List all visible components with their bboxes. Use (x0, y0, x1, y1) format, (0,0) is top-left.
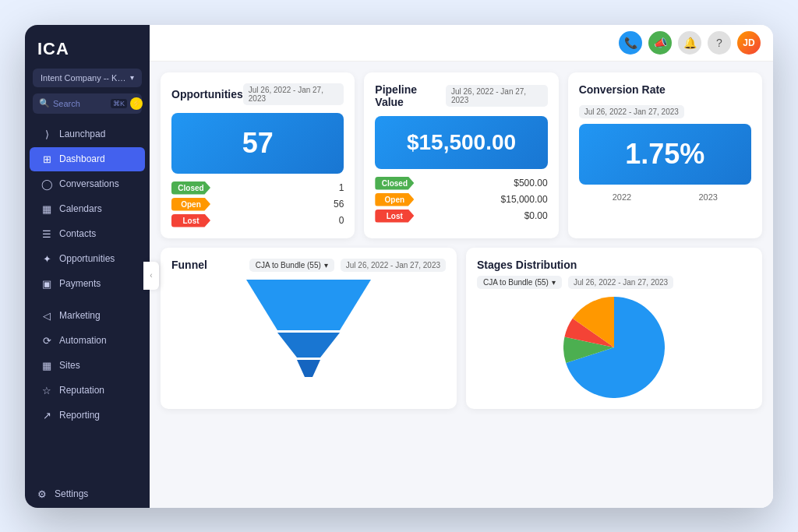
closed-label: Closed (171, 181, 210, 195)
help-button[interactable]: ? (708, 31, 731, 55)
sidebar-item-label: Conversations (59, 178, 119, 189)
status-row-closed: Closed 1 (171, 181, 344, 195)
bell-button[interactable]: 🔔 (678, 31, 701, 55)
sidebar-settings-label: Settings (55, 488, 88, 499)
sidebar-item-label: Contacts (59, 228, 96, 239)
opportunities-status-rows: Closed 1 Open 56 Lost (171, 181, 344, 227)
marketing-icon: ◁ (41, 310, 53, 322)
status-badge-closed: Closed (171, 181, 226, 195)
opportunities-card-title: Opportunities (171, 88, 243, 100)
account-switcher[interactable]: Intent Company -- Ke... ▾ (33, 69, 142, 87)
stages-card: Stages Distribution CJA to Bundle (55) ▾… (466, 248, 762, 409)
sidebar-item-label: Marketing (59, 310, 101, 321)
funnel-card-title: Funnel (171, 259, 207, 271)
sites-icon: ▦ (41, 360, 53, 372)
app-logo: ICA (25, 25, 150, 69)
conversion-card-title: Conversion Rate (579, 83, 666, 96)
stages-filter-dropdown[interactable]: CJA to Bundle (55) ▾ (477, 276, 562, 289)
sidebar-item-sites[interactable]: ▦ Sites (30, 354, 145, 378)
pipeline-card: Pipeline Value Jul 26, 2022 - Jan 27, 20… (364, 72, 558, 238)
open-label: Open (171, 198, 210, 211)
sidebar-item-marketing[interactable]: ◁ Marketing (30, 304, 145, 328)
opportunities-big-value: 57 (171, 113, 344, 174)
calendars-icon: ▦ (41, 203, 53, 215)
opportunities-icon: ✦ (41, 253, 53, 265)
closed-label: Closed (375, 177, 414, 190)
launchpad-icon: ⟩ (41, 129, 53, 140)
search-shortcut: ⌘K (111, 99, 127, 108)
stages-card-title: Stages Distribution (477, 259, 577, 271)
lost-value: 0 (339, 215, 344, 226)
pipeline-status-badge-closed: Closed (375, 177, 429, 190)
account-name: Intent Company -- Ke... (41, 73, 126, 83)
funnel-svg (231, 280, 387, 381)
sidebar-item-calendars[interactable]: ▦ Calendars (30, 197, 145, 221)
sidebar-item-label: Sites (59, 360, 80, 371)
sidebar-item-automation[interactable]: ⟳ Automation (30, 329, 145, 353)
dashboard-content: Opportunities Jul 26, 2022 - Jan 27, 202… (150, 62, 773, 420)
opportunities-card: Opportunities Jul 26, 2022 - Jan 27, 202… (161, 72, 355, 238)
sidebar-item-reporting[interactable]: ↗ Reporting (30, 403, 145, 428)
conversion-big-value: 1.75% (579, 124, 751, 185)
sidebar-item-reputation[interactable]: ☆ Reputation (30, 379, 145, 403)
funnel-card: Funnel CJA to Bundle (55) ▾ Jul 26, 2022… (161, 248, 457, 409)
sidebar-item-label: Reputation (59, 385, 104, 396)
sidebar-item-opportunities[interactable]: ✦ Opportunities (30, 247, 145, 271)
avatar-initials: JD (743, 37, 754, 48)
funnel-filter-dropdown[interactable]: CJA to Bundle (55) ▾ (249, 259, 334, 272)
conversion-date-badge: Jul 26, 2022 - Jan 27, 2023 (579, 105, 684, 118)
sidebar-item-label: Calendars (59, 203, 102, 214)
stages-card-header: Stages Distribution CJA to Bundle (55) ▾… (477, 259, 751, 289)
sidebar-item-launchpad[interactable]: ⟩ Launchpad (30, 122, 145, 146)
closed-value: 1 (339, 182, 344, 193)
pipeline-big-value: $15,500.00 (375, 116, 547, 169)
pipeline-status-badge-lost: Lost (375, 210, 429, 223)
sidebar-item-label: Dashboard (59, 153, 105, 164)
pipeline-status-rows: Closed $500.00 Open $15,000.00 (375, 177, 547, 223)
conversations-icon: ◯ (41, 178, 53, 190)
sidebar-item-payments[interactable]: ▣ Payments (30, 272, 145, 296)
sidebar-item-label: Payments (59, 278, 101, 289)
funnel-date-badge: Jul 26, 2022 - Jan 27, 2023 (341, 259, 446, 272)
chevron-down-icon: ▾ (324, 261, 328, 270)
card-header: Opportunities Jul 26, 2022 - Jan 27, 202… (171, 83, 344, 105)
sidebar-nav: ⟩ Launchpad ⊞ Dashboard ◯ Conversations … (25, 122, 150, 481)
search-input[interactable] (53, 99, 108, 108)
status-row-open: Open 56 (171, 198, 344, 211)
svg-marker-0 (246, 280, 371, 330)
avatar[interactable]: JD (737, 31, 761, 55)
sidebar-collapse-button[interactable]: ‹ (143, 262, 159, 290)
sidebar-item-label: Automation (59, 335, 107, 346)
lightning-button[interactable]: ⚡ (130, 97, 143, 110)
contacts-icon: ☰ (41, 228, 53, 240)
year-2023-label: 2023 (698, 192, 717, 202)
app-shell: ICA Intent Company -- Ke... ▾ 🔍 ⌘K ⚡ ⟩ L… (25, 25, 773, 508)
sidebar: ICA Intent Company -- Ke... ▾ 🔍 ⌘K ⚡ ⟩ L… (25, 25, 150, 508)
pipeline-card-title: Pipeline Value (375, 83, 446, 108)
sidebar-item-contacts[interactable]: ☰ Contacts (30, 222, 145, 246)
sidebar-item-conversations[interactable]: ◯ Conversations (30, 172, 145, 196)
sidebar-item-label: Reporting (59, 410, 100, 421)
payments-icon: ▣ (41, 278, 53, 290)
status-badge-open: Open (171, 198, 226, 211)
svg-marker-2 (297, 360, 320, 377)
pipeline-status-row-closed: Closed $500.00 (375, 177, 547, 190)
pipeline-lost-value: $0.00 (524, 210, 548, 221)
chevron-down-icon: ▾ (130, 73, 134, 82)
sidebar-item-settings[interactable]: ⚙ Settings (25, 481, 150, 508)
open-value: 56 (334, 199, 344, 210)
stages-date-badge: Jul 26, 2022 - Jan 27, 2023 (568, 276, 673, 289)
pipeline-status-row-open: Open $15,000.00 (375, 193, 547, 206)
sidebar-item-label: Launchpad (59, 129, 105, 139)
phone-button[interactable]: 📞 (619, 31, 642, 55)
status-badge-lost: Lost (171, 214, 226, 227)
pipeline-date-badge: Jul 26, 2022 - Jan 27, 2023 (446, 85, 548, 107)
pie-chart-container (477, 297, 751, 398)
sidebar-item-dashboard[interactable]: ⊞ Dashboard (30, 147, 145, 171)
main-content: 📞 📣 🔔 ? JD Opportunities Jul 26, 2022 - … (150, 25, 773, 508)
funnel-chart (171, 280, 446, 381)
top-cards-row: Opportunities Jul 26, 2022 - Jan 27, 202… (161, 72, 762, 238)
chevron-down-icon: ▾ (552, 278, 556, 287)
megaphone-button[interactable]: 📣 (648, 31, 672, 55)
conversion-card: Conversion Rate Jul 26, 2022 - Jan 27, 2… (568, 72, 762, 238)
